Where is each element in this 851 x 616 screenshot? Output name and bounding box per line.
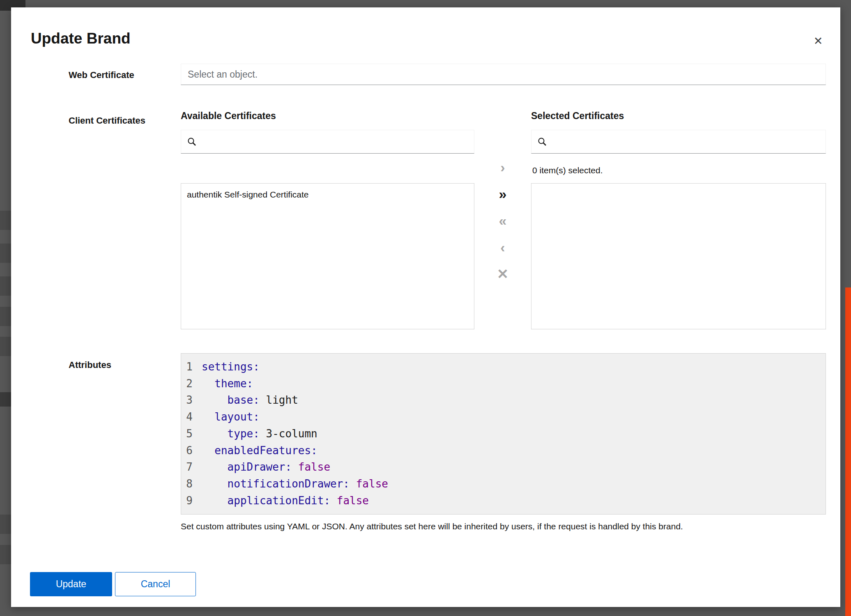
code-line: enabledFeatures: (202, 442, 826, 459)
cancel-button[interactable]: Cancel (115, 572, 196, 596)
code-editor-content[interactable]: settings: theme: base: light layout: typ… (196, 354, 826, 514)
code-line-number: 9 (181, 492, 193, 509)
attributes-help-text: Set custom attributes using YAML or JSON… (181, 521, 826, 532)
available-certificates-search-input[interactable] (201, 136, 468, 147)
update-brand-modal: Update Brand ✕ Web Certificate Client Ce… (11, 7, 840, 607)
attributes-code-editor[interactable]: 123456789 settings: theme: base: light l… (181, 353, 826, 515)
search-icon (537, 137, 547, 147)
code-line-number: 7 (181, 459, 193, 476)
web-certificate-label: Web Certificate (69, 70, 134, 80)
backdrop-sidebar-band (0, 545, 11, 564)
selected-certificates-search-input[interactable] (551, 136, 820, 147)
selected-certificates-search (531, 130, 826, 154)
backdrop-sidebar-band (0, 337, 11, 356)
code-line-number: 5 (181, 425, 193, 442)
client-certificates-label: Client Certificates (69, 115, 145, 126)
close-icon[interactable]: ✕ (809, 32, 827, 50)
available-certificates-list[interactable]: authentik Self-signed Certificate (181, 183, 474, 329)
backdrop-sidebar-band (0, 307, 11, 326)
available-certificates-heading: Available Certificates (181, 110, 276, 122)
code-line: layout: (202, 409, 826, 425)
clear-selection-button[interactable]: ✕ (493, 264, 513, 284)
code-line: type: 3-column (202, 425, 826, 442)
move-all-left-button[interactable]: « (493, 210, 513, 230)
search-icon (187, 137, 197, 147)
code-line-number: 3 (181, 392, 193, 409)
code-line: apiDrawer: false (202, 459, 826, 476)
attributes-label: Attributes (69, 360, 111, 370)
code-line-number: 4 (181, 409, 193, 425)
code-line: notificationDrawer: false (202, 476, 826, 492)
selected-count-status: 0 item(s) selected. (532, 165, 603, 175)
code-line: settings: (202, 359, 826, 375)
code-line-number: 2 (181, 375, 193, 392)
code-line-number: 6 (181, 442, 193, 459)
move-all-right-button[interactable]: » (493, 184, 513, 204)
code-editor-gutter: 123456789 (181, 354, 196, 514)
code-line: applicationEdit: false (202, 492, 826, 509)
backdrop-sidebar-band (0, 211, 11, 230)
move-selected-left-button[interactable]: ‹ (493, 237, 513, 257)
available-certificate-item[interactable]: authentik Self-signed Certificate (181, 184, 474, 205)
move-selected-right-button[interactable]: › (493, 157, 513, 177)
code-line: base: light (202, 392, 826, 409)
selected-certificates-list[interactable] (531, 183, 826, 329)
dual-list-controls: ›»«‹✕ (474, 157, 531, 284)
update-button[interactable]: Update (30, 572, 112, 596)
code-line-number: 8 (181, 476, 193, 492)
selected-certificates-heading: Selected Certificates (531, 110, 624, 122)
web-certificate-select[interactable] (181, 64, 826, 85)
backdrop-sidebar-band (0, 244, 11, 263)
modal-title: Update Brand (31, 30, 131, 48)
backdrop-sidebar-band (0, 276, 11, 296)
code-line: theme: (202, 375, 826, 392)
code-line-number: 1 (181, 359, 193, 375)
backdrop-sidebar-band (0, 515, 11, 534)
background-accent-bar (845, 287, 851, 616)
available-certificates-search (181, 130, 474, 154)
backdrop-sidebar-band-active (0, 392, 11, 407)
